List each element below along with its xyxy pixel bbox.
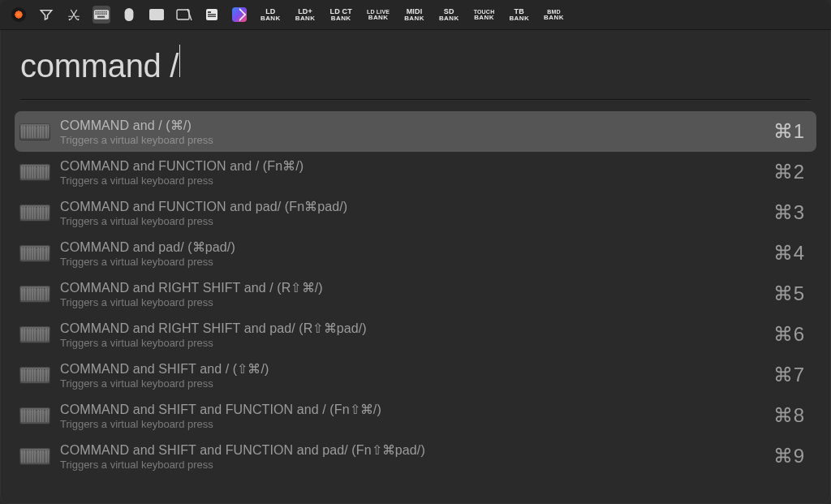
keyboard-icon [19, 405, 50, 426]
result-row[interactable]: COMMAND and pad/ (⌘pad/) Triggers a virt… [15, 233, 816, 274]
svg-rect-17 [104, 13, 105, 15]
result-shortcut: ⌘7 [773, 364, 805, 386]
svg-rect-26 [208, 14, 216, 15]
result-subtitle: Triggers a virtual keyboard press [60, 459, 764, 471]
result-text: COMMAND and FUNCTION and / (Fn⌘/) Trigge… [60, 158, 764, 187]
result-title: COMMAND and FUNCTION and / (Fn⌘/) [60, 158, 764, 174]
svg-rect-18 [105, 13, 107, 15]
keyboard-icon [19, 202, 50, 223]
result-shortcut: ⌘5 [773, 282, 805, 305]
svg-rect-7 [96, 11, 97, 13]
keyboard-icon [19, 162, 50, 183]
svg-point-4 [69, 19, 71, 20]
mouse-icon[interactable] [120, 6, 138, 24]
svg-rect-14 [97, 13, 99, 15]
result-shortcut: ⌘2 [773, 161, 805, 183]
result-title: COMMAND and SHIFT and / (⇧⌘/) [60, 361, 764, 377]
svg-point-5 [77, 19, 79, 20]
result-row[interactable]: COMMAND and SHIFT and FUNCTION and / (Fn… [15, 395, 816, 436]
keyboard-icon [19, 121, 50, 142]
result-title: COMMAND and SHIFT and FUNCTION and pad/ … [60, 442, 764, 458]
result-text: COMMAND and RIGHT SHIFT and / (R⇧⌘/) Tri… [60, 280, 764, 308]
bank-ld-plus[interactable]: LD+ BANK [293, 8, 318, 22]
bank-midi[interactable]: MIDI BANK [402, 8, 427, 22]
result-shortcut: ⌘4 [773, 242, 805, 265]
result-text: COMMAND and SHIFT and FUNCTION and / (Fn… [60, 402, 764, 430]
result-title: COMMAND and SHIFT and FUNCTION and / (Fn… [60, 402, 764, 417]
result-row[interactable]: COMMAND and RIGHT SHIFT and pad/ (R⇧⌘pad… [15, 314, 816, 355]
bank-tb[interactable]: TB BANK [506, 8, 532, 22]
page-icon[interactable] [203, 6, 221, 24]
result-row[interactable]: COMMAND and SHIFT and / (⇧⌘/) Triggers a… [15, 355, 816, 395]
result-subtitle: Triggers a virtual keyboard press [60, 256, 764, 268]
svg-rect-27 [208, 16, 216, 18]
result-subtitle: Triggers a virtual keyboard press [60, 134, 764, 146]
search-console-window: LD BANK LD+ BANK LD CT BANK LD LIVE BANK… [0, 0, 831, 504]
result-text: COMMAND and SHIFT and / (⇧⌘/) Triggers a… [60, 361, 764, 390]
svg-rect-9 [100, 11, 101, 13]
result-row[interactable]: COMMAND and FUNCTION and pad/ (Fn⌘pad/) … [15, 192, 816, 233]
search-query-text: command / [20, 48, 179, 84]
bank-touch[interactable]: TOUCH BANK [471, 9, 497, 21]
result-shortcut: ⌘6 [773, 323, 805, 346]
svg-rect-10 [101, 11, 103, 13]
svg-rect-12 [105, 11, 107, 13]
result-title: COMMAND and pad/ (⌘pad/) [60, 239, 764, 255]
search-input[interactable]: command / [20, 45, 811, 84]
result-subtitle: Triggers a virtual keyboard press [60, 377, 764, 390]
svg-rect-22 [177, 10, 189, 19]
result-title: COMMAND and RIGHT SHIFT and / (R⇧⌘/) [60, 280, 764, 295]
result-row[interactable]: COMMAND and SHIFT and FUNCTION and pad/ … [15, 436, 816, 476]
bank-ld[interactable]: LD BANK [258, 8, 283, 22]
result-row[interactable]: COMMAND and RIGHT SHIFT and / (R⇧⌘/) Tri… [15, 274, 816, 314]
result-subtitle: Triggers a virtual keyboard press [60, 215, 764, 227]
search-area: command / [0, 30, 831, 103]
tablet-icon[interactable] [175, 6, 193, 24]
result-shortcut: ⌘8 [773, 404, 805, 427]
bank-ld-live[interactable]: LD LIVE BANK [364, 9, 392, 21]
toolbar: LD BANK LD+ BANK LD CT BANK LD LIVE BANK… [0, 0, 831, 30]
shortcuts-icon[interactable] [230, 6, 248, 24]
result-text: COMMAND and SHIFT and FUNCTION and pad/ … [60, 442, 764, 471]
result-title: COMMAND and FUNCTION and pad/ (Fn⌘pad/) [60, 199, 764, 214]
result-text: COMMAND and RIGHT SHIFT and pad/ (R⇧⌘pad… [60, 321, 764, 349]
filter-icon[interactable] [37, 6, 55, 24]
result-text: COMMAND and FUNCTION and pad/ (Fn⌘pad/) … [60, 199, 764, 227]
svg-rect-15 [100, 13, 101, 15]
keyboard-icon [19, 364, 50, 386]
result-subtitle: Triggers a virtual keyboard press [60, 174, 764, 187]
keyboard-icon[interactable] [93, 6, 110, 24]
svg-rect-13 [96, 13, 97, 15]
svg-rect-11 [104, 11, 105, 13]
appstore-icon[interactable] [65, 6, 83, 24]
keyboard-icon [19, 243, 50, 264]
svg-rect-19 [97, 16, 105, 18]
caret [179, 45, 180, 77]
result-shortcut: ⌘3 [773, 201, 805, 224]
keyboard-icon [19, 324, 50, 345]
result-shortcut: ⌘9 [773, 445, 805, 467]
result-row[interactable]: COMMAND and / (⌘/) Triggers a virtual ke… [15, 111, 816, 152]
bank-sd[interactable]: SD BANK [437, 8, 462, 22]
result-subtitle: Triggers a virtual keyboard press [60, 337, 764, 349]
result-text: COMMAND and / (⌘/) Triggers a virtual ke… [60, 118, 764, 146]
svg-rect-25 [208, 11, 211, 13]
result-text: COMMAND and pad/ (⌘pad/) Triggers a virt… [60, 239, 764, 268]
result-row[interactable]: COMMAND and FUNCTION and / (Fn⌘/) Trigge… [15, 152, 816, 192]
svg-rect-8 [97, 11, 99, 13]
result-title: COMMAND and RIGHT SHIFT and pad/ (R⇧⌘pad… [60, 321, 764, 336]
davinci-app-icon[interactable] [10, 6, 28, 24]
divider [20, 99, 811, 100]
keyboard-icon [19, 446, 50, 467]
result-shortcut: ⌘1 [773, 120, 805, 143]
svg-rect-16 [101, 13, 103, 15]
svg-rect-20 [125, 8, 134, 21]
bank-ld-ct[interactable]: LD CT BANK [327, 8, 355, 22]
results-list: COMMAND and / (⌘/) Triggers a virtual ke… [0, 103, 831, 504]
bank-bmd[interactable]: BMD BANK [541, 9, 566, 21]
svg-rect-21 [149, 9, 164, 20]
keyboard-icon [19, 283, 50, 304]
result-subtitle: Triggers a virtual keyboard press [60, 418, 764, 430]
result-subtitle: Triggers a virtual keyboard press [60, 296, 764, 308]
trackpad-icon[interactable] [148, 6, 166, 24]
